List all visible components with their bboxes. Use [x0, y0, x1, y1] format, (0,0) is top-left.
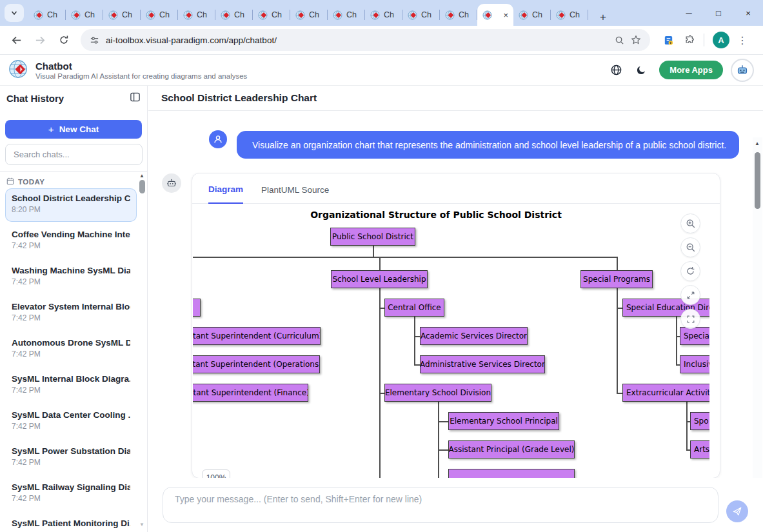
- user-message-bubble: Visualize an organization chart that rep…: [237, 131, 739, 159]
- browser-tab[interactable]: Ch: [141, 4, 178, 26]
- chat-item-time: 7:42 PM: [12, 241, 130, 250]
- tab-label: Ch: [459, 10, 469, 19]
- org-chart-canvas[interactable]: Organizational Structure of Public Schoo…: [193, 204, 709, 478]
- tab-search-button[interactable]: [5, 4, 24, 22]
- tab-label: Ch: [272, 10, 282, 19]
- plus-icon: +: [48, 124, 54, 135]
- message-input[interactable]: [163, 487, 718, 523]
- zoom-out-button[interactable]: [680, 237, 700, 257]
- site-settings-icon[interactable]: [90, 35, 99, 45]
- chat-history-item[interactable]: SysML Data Center Cooling ...7:42 PM: [5, 405, 137, 438]
- browser-tab[interactable]: Ch: [28, 4, 66, 26]
- new-tab-button[interactable]: +: [595, 9, 611, 26]
- collapse-sidebar-icon[interactable]: [130, 92, 141, 105]
- forward-button[interactable]: [34, 34, 46, 46]
- back-button[interactable]: [10, 34, 23, 46]
- bookmark-star-icon[interactable]: [631, 35, 641, 45]
- chat-history-item[interactable]: SysML Railway Signaling Dia...7:42 PM: [5, 477, 137, 511]
- fullscreen-button[interactable]: [680, 309, 700, 329]
- user-avatar: [209, 130, 227, 148]
- fullscreen-icon: [686, 315, 695, 324]
- browser-tab-active[interactable]: ×: [477, 4, 513, 26]
- sidebar-scroll-up-icon[interactable]: ▲: [139, 173, 144, 179]
- browser-tab[interactable]: Ch: [513, 4, 551, 26]
- new-chat-button[interactable]: + New Chat: [5, 120, 142, 139]
- vp-favicon-icon: [333, 10, 342, 20]
- vp-favicon-icon: [519, 10, 528, 20]
- diagram-card: Diagram PlantUML Source Organizational S…: [192, 173, 720, 478]
- sidebar-scroll-down-icon[interactable]: ▼: [139, 522, 144, 527]
- person-icon: [213, 134, 223, 144]
- window-controls: ─ □ ×: [674, 0, 763, 26]
- browser-tab[interactable]: Ch: [215, 4, 253, 26]
- visual-paradigm-logo-icon: [8, 58, 30, 83]
- chat-history-item[interactable]: Autonomous Drone SysML D...7:42 PM: [5, 333, 137, 366]
- chat-history-item[interactable]: Elevator System Internal Bloc...7:42 PM: [5, 297, 137, 330]
- org-chart-connector: [193, 257, 618, 258]
- chat-history-item[interactable]: SysML Internal Block Diagra...7:42 PM: [5, 369, 137, 402]
- browser-tab[interactable]: Ch: [551, 4, 588, 26]
- chat-item-title: School District Leadership C...: [12, 193, 130, 203]
- chat-item-time: 8:20 PM: [12, 205, 130, 214]
- chat-area: Visualize an organization chart that rep…: [148, 112, 763, 478]
- language-globe-icon[interactable]: [610, 64, 622, 76]
- sidebar-title: Chat History: [6, 93, 64, 104]
- chat-item-title: Washing Machine SysML Dia...: [12, 266, 130, 275]
- tab-diagram[interactable]: Diagram: [208, 184, 243, 204]
- browser-tab[interactable]: Ch: [178, 4, 215, 26]
- reload-button[interactable]: [58, 34, 70, 46]
- chat-item-title: Elevator System Internal Bloc...: [12, 302, 130, 311]
- chat-scrollbar[interactable]: ▲ ▼: [753, 137, 762, 478]
- more-apps-button[interactable]: More Apps: [659, 61, 723, 79]
- chat-item-time: 7:42 PM: [12, 277, 130, 286]
- reset-button[interactable]: [680, 261, 700, 281]
- chat-item-title: SysML Power Substation Dia...: [12, 446, 130, 456]
- org-chart-connector: [414, 364, 420, 366]
- chat-history-item[interactable]: Washing Machine SysML Dia...7:42 PM: [5, 261, 137, 294]
- expand-button[interactable]: [680, 285, 700, 305]
- scroll-up-icon[interactable]: ▲: [755, 141, 760, 146]
- paper-plane-icon: [732, 506, 742, 517]
- browser-tab[interactable]: Ch: [402, 4, 440, 26]
- tab-label: Ch: [122, 10, 132, 19]
- browser-tab[interactable]: Ch: [290, 4, 328, 26]
- extensions-puzzle-icon[interactable]: [684, 35, 695, 45]
- org-chart-connector: [373, 246, 374, 257]
- zoom-page-icon[interactable]: [615, 35, 624, 45]
- tab-plantuml-source[interactable]: PlantUML Source: [261, 185, 329, 203]
- dark-mode-moon-icon[interactable]: [636, 64, 647, 75]
- tab-label: Ch: [47, 10, 57, 19]
- chat-history-item[interactable]: SysML Patient Monitoring Di...: [5, 513, 137, 532]
- expand-icon: [686, 291, 695, 300]
- vp-favicon-icon: [183, 10, 193, 20]
- browser-tab[interactable]: Ch: [328, 4, 365, 26]
- chat-history-item[interactable]: SysML Power Substation Dia...7:42 PM: [5, 441, 137, 475]
- search-chats-input[interactable]: [5, 144, 143, 165]
- app-title: Chatbot: [35, 61, 247, 72]
- chat-widget-button[interactable]: [731, 59, 754, 82]
- url-text[interactable]: ai-toolbox.visual-paradigm.com/app/chatb…: [106, 35, 608, 45]
- chat-scrollbar-thumb[interactable]: [755, 152, 760, 209]
- org-chart-connector: [414, 336, 420, 337]
- browser-tab[interactable]: Ch: [253, 4, 290, 26]
- window-maximize-button[interactable]: □: [704, 0, 733, 26]
- browser-tab[interactable]: Ch: [440, 4, 477, 26]
- browser-tab[interactable]: Ch: [365, 4, 402, 26]
- sidebar-scrollbar-thumb[interactable]: [139, 180, 145, 193]
- download-extension-icon[interactable]: [663, 35, 674, 46]
- window-minimize-button[interactable]: ─: [674, 0, 704, 26]
- browser-tab[interactable]: Ch: [103, 4, 141, 26]
- url-bar[interactable]: ai-toolbox.visual-paradigm.com/app/chatb…: [81, 29, 650, 51]
- chat-item-title: SysML Internal Block Diagra...: [12, 374, 130, 384]
- browser-tab[interactable]: Ch: [66, 4, 103, 26]
- chat-history-item[interactable]: School District Leadership C...8:20 PM: [5, 188, 137, 222]
- tab-close-icon[interactable]: ×: [503, 11, 508, 19]
- zoom-in-button[interactable]: [680, 213, 700, 233]
- profile-avatar[interactable]: A: [713, 32, 729, 48]
- send-button[interactable]: [726, 500, 748, 522]
- window-close-button[interactable]: ×: [733, 0, 763, 26]
- robot-icon: [166, 177, 177, 189]
- browser-menu-icon[interactable]: ⋮: [737, 34, 748, 46]
- org-chart-connector: [617, 393, 622, 394]
- chat-history-item[interactable]: Coffee Vending Machine Inte...7:42 PM: [5, 224, 137, 258]
